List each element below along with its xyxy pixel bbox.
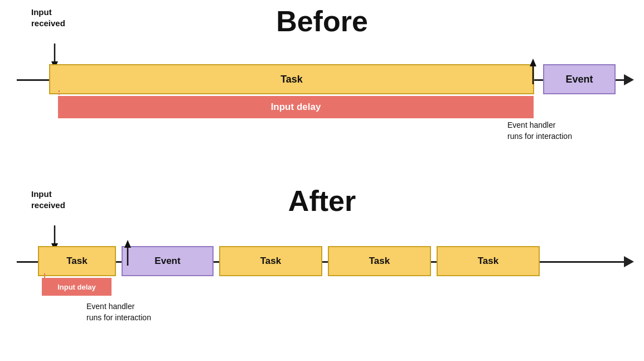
event-handler-arrow-before <box>528 59 538 84</box>
task-block-after-3: Task <box>328 246 431 276</box>
before-section: Before Inputreceived Task Event Input de… <box>0 0 644 179</box>
after-title: After <box>0 184 644 218</box>
diagram-container: Before Inputreceived Task Event Input de… <box>0 0 644 361</box>
input-received-label-after: Inputreceived <box>31 189 65 210</box>
task-block-before: Task <box>49 64 534 94</box>
before-title: Before <box>0 4 644 38</box>
svg-marker-3 <box>530 59 536 66</box>
timeline-arrow-before <box>624 74 634 85</box>
task-block-after-2: Task <box>219 246 322 276</box>
input-received-label-before: Inputreceived <box>31 7 65 28</box>
event-handler-label-after: Event handlerruns for interaction <box>86 301 151 323</box>
event-handler-label-before: Event handlerruns for interaction <box>507 120 572 142</box>
task-block-after-4: Task <box>437 246 540 276</box>
after-section: After Inputreceived Task Event Task Task <box>0 179 644 361</box>
input-delay-after: Input delay <box>42 278 112 296</box>
event-handler-arrow-after <box>123 240 133 266</box>
svg-marker-8 <box>124 240 131 248</box>
timeline-arrow-after <box>624 256 634 267</box>
task-block-after-1: Task <box>38 246 116 276</box>
input-delay-before: Input delay <box>58 96 534 118</box>
event-block-after: Event <box>122 246 214 276</box>
event-block-before: Event <box>543 64 616 94</box>
